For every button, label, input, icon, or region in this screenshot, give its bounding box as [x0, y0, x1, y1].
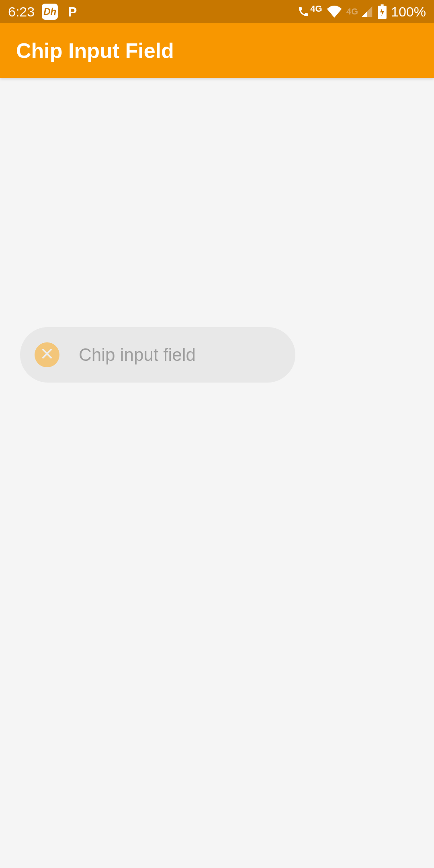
signal-icon — [360, 5, 373, 18]
wifi-icon — [326, 5, 342, 18]
battery-charging-icon — [377, 4, 387, 19]
page-title: Chip Input Field — [16, 39, 174, 63]
svg-rect-1 — [381, 4, 383, 6]
app-icon-dh: Dh — [42, 4, 58, 20]
network-4g-faded-label: 4G — [346, 6, 358, 17]
app-icon-p: P — [65, 4, 80, 19]
call-4g-icon — [297, 6, 309, 18]
status-time: 6:23 — [8, 4, 35, 20]
clear-chip-button[interactable] — [35, 342, 59, 367]
chip-input-field[interactable] — [79, 345, 299, 365]
status-bar-right: 4G 4G 100% — [297, 4, 426, 20]
network-4g-label: 4G — [310, 4, 322, 14]
battery-percent: 100% — [391, 4, 426, 20]
chip-input-container[interactable] — [20, 327, 295, 383]
app-bar: Chip Input Field — [0, 23, 434, 78]
status-bar: 6:23 Dh P 4G 4G — [0, 0, 434, 23]
close-icon — [40, 346, 54, 363]
status-bar-left: 6:23 Dh P — [8, 4, 80, 20]
main-content — [0, 78, 434, 383]
